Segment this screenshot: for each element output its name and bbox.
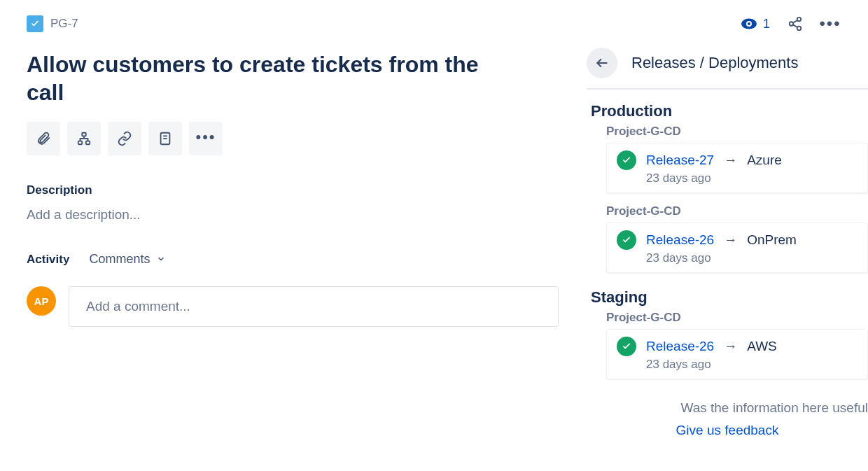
arrow-right-icon: →: [724, 232, 737, 248]
project-label: Project-G-CD: [587, 125, 868, 139]
arrow-right-icon: →: [724, 153, 737, 168]
feedback-question: Was the information here useful: [587, 400, 868, 416]
svg-point-2: [748, 22, 750, 25]
description-input[interactable]: Add a description...: [27, 207, 559, 223]
release-card[interactable]: Release-26 → OnPrem 23 days ago: [606, 223, 868, 273]
user-avatar[interactable]: AP: [27, 286, 56, 316]
description-label: Description: [27, 183, 559, 197]
svg-rect-10: [86, 141, 90, 145]
breadcrumb[interactable]: PG-7: [27, 15, 78, 32]
release-link[interactable]: Release-26: [646, 339, 714, 354]
release-card[interactable]: Release-26 → AWS 23 days ago: [606, 329, 868, 379]
more-actions-button[interactable]: •••: [820, 14, 840, 34]
back-button[interactable]: [587, 48, 617, 78]
environment-block: Staging Project-G-CD Release-26 → AWS 23…: [587, 288, 868, 379]
release-timestamp: 23 days ago: [617, 171, 858, 185]
svg-point-4: [790, 22, 794, 26]
watch-count: 1: [763, 17, 770, 31]
svg-line-6: [793, 20, 797, 23]
release-timestamp: 23 days ago: [617, 251, 858, 265]
arrow-right-icon: →: [724, 339, 737, 354]
toolbar-more-button[interactable]: •••: [189, 122, 223, 155]
attach-button[interactable]: [27, 122, 60, 155]
svg-point-5: [797, 27, 802, 30]
svg-line-7: [793, 24, 797, 27]
status-success-icon: [617, 150, 636, 170]
issue-key[interactable]: PG-7: [50, 17, 78, 31]
ellipsis-icon: •••: [195, 133, 216, 145]
svg-point-3: [797, 17, 802, 22]
activity-label: Activity: [27, 253, 69, 267]
activity-filter[interactable]: Comments: [89, 252, 165, 267]
svg-rect-9: [78, 141, 83, 145]
status-success-icon: [617, 230, 636, 250]
environment-heading: Staging: [587, 288, 868, 307]
environment-heading: Production: [587, 102, 868, 120]
watch-icon: [741, 15, 757, 32]
share-button[interactable]: [785, 14, 805, 34]
link-button[interactable]: [108, 122, 141, 155]
action-toolbar: •••: [27, 122, 559, 155]
panel-title: Releases / Deployments: [631, 54, 798, 72]
comment-input[interactable]: [69, 286, 559, 327]
feedback-block: Was the information here useful Give us …: [587, 400, 868, 438]
release-link[interactable]: Release-27: [646, 153, 714, 168]
add-child-button[interactable]: [67, 122, 101, 155]
task-type-icon: [27, 15, 43, 32]
project-label: Project-G-CD: [587, 204, 868, 218]
page-button[interactable]: [148, 122, 182, 155]
status-success-icon: [617, 337, 636, 356]
watchers[interactable]: 1: [741, 15, 770, 32]
release-card[interactable]: Release-27 → Azure 23 days ago: [606, 143, 868, 193]
release-target: Azure: [747, 153, 782, 168]
chevron-down-icon: [157, 252, 165, 267]
issue-title[interactable]: Allow customers to create tickets from t…: [27, 50, 517, 106]
svg-rect-8: [82, 133, 86, 136]
feedback-link[interactable]: Give us feedback: [587, 423, 868, 438]
release-timestamp: 23 days ago: [617, 358, 858, 372]
release-target: AWS: [747, 339, 777, 354]
release-target: OnPrem: [747, 232, 797, 248]
release-link[interactable]: Release-26: [646, 232, 714, 248]
environment-block: Production Project-G-CD Release-27 → Azu…: [587, 102, 868, 273]
ellipsis-icon: •••: [819, 15, 841, 32]
activity-filter-value: Comments: [89, 252, 150, 267]
project-label: Project-G-CD: [587, 311, 868, 325]
